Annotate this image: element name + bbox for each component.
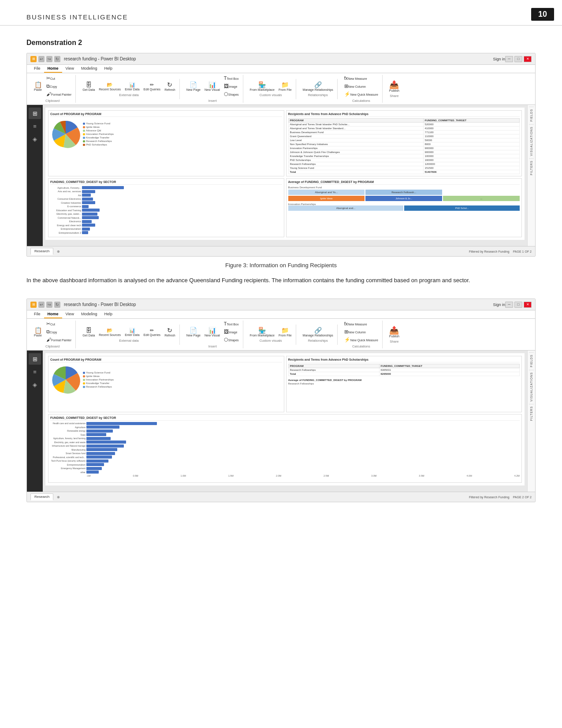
- enter-data-btn-2[interactable]: 📊 Enter Data: [123, 327, 141, 337]
- refresh-small-icon[interactable]: ↻: [54, 56, 60, 62]
- recent-sources-btn-2[interactable]: 📂 Recent Sources: [97, 327, 122, 337]
- new-column-btn[interactable]: ⊞ New Column: [343, 83, 380, 90]
- edit-queries-btn[interactable]: ✏ Edit Queries: [142, 82, 162, 92]
- table-row: Low Level50000: [288, 138, 520, 142]
- image-btn-2[interactable]: 🖼 Image: [223, 329, 240, 336]
- close-btn-2[interactable]: ✕: [524, 302, 532, 308]
- model-view-icon-2[interactable]: ◈: [29, 379, 41, 390]
- paste-btn-2[interactable]: 📋 Paste: [32, 326, 44, 338]
- new-quick-measure-btn-2[interactable]: ⚡ New Quick Measure: [343, 336, 380, 343]
- filters-label[interactable]: FILTERS: [529, 158, 534, 177]
- hbar-xaxis: -1M 0.5M 1.0M 1.5M 2.0M 2.5M 3.0M 3.5M 4…: [50, 474, 520, 477]
- add-page-btn-2[interactable]: ⊕: [57, 495, 60, 499]
- get-data-btn[interactable]: 🗄 Get Data: [81, 81, 96, 92]
- redo-icon[interactable]: ↪: [46, 56, 52, 62]
- refresh-btn-2[interactable]: ↻ Refresh: [163, 326, 177, 338]
- text-box-btn-2[interactable]: T Text Box: [223, 321, 240, 328]
- from-file-btn-2[interactable]: 📁 From File: [277, 326, 293, 338]
- filters-label-2[interactable]: FILTERS: [529, 404, 534, 422]
- tab-view-2[interactable]: View: [62, 310, 78, 318]
- from-file-icon: 📁: [281, 82, 289, 88]
- marketplace-btn-2[interactable]: 🏪 From Marketplace: [249, 326, 276, 338]
- research-tab-2[interactable]: Research: [30, 493, 53, 500]
- new-page-icon: 📄: [190, 82, 197, 88]
- new-measure-btn[interactable]: fx New Measure: [343, 75, 380, 82]
- enter-data-btn[interactable]: 📊 Enter Data: [123, 82, 141, 92]
- pie-legend-2: Young Science Fund Ignite Ideas Innovati…: [83, 371, 114, 388]
- publish-btn[interactable]: 📤 Publish: [388, 80, 401, 93]
- refresh-small-icon-2[interactable]: ↻: [54, 302, 60, 308]
- tab-file[interactable]: File: [30, 65, 44, 73]
- minimize-btn-2[interactable]: ─: [505, 302, 513, 308]
- tab-view[interactable]: View: [62, 65, 78, 73]
- get-data-icon-2: 🗄: [86, 327, 92, 333]
- close-btn[interactable]: ✕: [524, 56, 532, 62]
- dashboard-mockup-2: Count of PROGRAM by PROGRAM: [45, 353, 525, 485]
- get-data-btn-2[interactable]: 🗄 Get Data: [81, 326, 96, 338]
- paste-btn[interactable]: 📋 Paste: [32, 81, 44, 92]
- tab-home-2[interactable]: Home: [44, 310, 62, 318]
- pbi-bottom-bar-1: Research ⊕ Filtered by Research Funding …: [27, 246, 535, 256]
- new-visual-btn-2[interactable]: 📊 New Visual: [203, 326, 221, 338]
- tab-help-2[interactable]: Help: [100, 310, 116, 318]
- redo-icon-2[interactable]: ↪: [46, 302, 52, 308]
- marketplace-btn[interactable]: 🏪 From Marketplace: [249, 81, 276, 92]
- tab-help[interactable]: Help: [100, 65, 116, 73]
- cut-btn-2[interactable]: ✂ Cut: [45, 321, 73, 328]
- cut-btn[interactable]: ✂ Cut: [45, 75, 73, 82]
- shapes-btn-2[interactable]: ⬡ Shapes: [223, 336, 240, 343]
- refresh-btn[interactable]: ↻ Refresh: [163, 81, 177, 92]
- table-row: Young Science Fund151500: [288, 166, 520, 170]
- visualizations-label[interactable]: VISUALIZATIONS: [529, 124, 534, 158]
- maximize-btn-2[interactable]: □: [514, 302, 522, 308]
- avg-program-label-2: Average of FUNDING_COMMITTED_DIGEST by P…: [288, 379, 520, 381]
- manage-relationships-btn[interactable]: 🔗 Manage Relationships: [301, 81, 335, 92]
- tab-file-2[interactable]: File: [30, 310, 44, 318]
- new-page-btn-2[interactable]: 📄 New Page: [185, 326, 202, 338]
- tab-home[interactable]: Home: [44, 65, 62, 73]
- tab-modeling[interactable]: Modeling: [78, 65, 101, 73]
- funding-table-2: PROGRAM FUNDING_COMMITTED_TARGET Researc…: [288, 364, 520, 376]
- new-column-btn-2[interactable]: ⊞ New Column: [343, 329, 380, 336]
- refresh-label-2: Refresh: [164, 334, 175, 337]
- recent-sources-btn[interactable]: 📂 Recent Sources: [97, 82, 122, 92]
- signin-2[interactable]: Sign in: [493, 302, 505, 307]
- new-quick-measure-icon-2: ⚡: [344, 337, 350, 342]
- manage-relationships-btn-2[interactable]: 🔗 Manage Relationships: [301, 326, 335, 338]
- tab-modeling-2[interactable]: Modeling: [78, 310, 101, 318]
- data-view-icon[interactable]: ≡: [29, 120, 41, 132]
- minimize-btn[interactable]: ─: [505, 56, 513, 62]
- copy-btn-2[interactable]: ⧉ Copy: [45, 329, 73, 336]
- research-tab-1[interactable]: Research: [30, 248, 53, 255]
- new-measure-btn-2[interactable]: fx New Measure: [343, 321, 380, 328]
- enter-data-label: Enter Data: [125, 88, 139, 91]
- signin-1[interactable]: Sign in: [493, 57, 505, 61]
- undo-icon[interactable]: ↩: [38, 56, 45, 62]
- fields-label[interactable]: FIELDS: [529, 107, 534, 123]
- table-row: Aboriginal and Torres Strait Islander Ph…: [288, 123, 520, 127]
- shapes-btn[interactable]: ⬡ Shapes: [223, 91, 240, 98]
- text-box-btn[interactable]: T Text Box: [223, 75, 240, 82]
- visualizations-label-2[interactable]: VISUALIZATIONS: [529, 370, 534, 403]
- model-view-icon[interactable]: ◈: [29, 133, 41, 145]
- format-painter-btn-2[interactable]: 🖌 Format Painter: [45, 336, 73, 343]
- maximize-btn[interactable]: □: [514, 56, 522, 62]
- shapes-label: Shapes: [228, 93, 239, 96]
- from-file-btn[interactable]: 📁 From File: [277, 81, 293, 92]
- publish-btn-2[interactable]: 📤 Publish: [388, 325, 401, 339]
- format-painter-btn[interactable]: 🖌 Format Painter: [45, 91, 73, 98]
- undo-icon-2[interactable]: ↩: [38, 302, 45, 308]
- image-btn[interactable]: 🖼 Image: [223, 83, 240, 90]
- new-visual-btn[interactable]: 📊 New Visual: [203, 81, 221, 92]
- report-view-icon[interactable]: ⊞: [29, 108, 41, 119]
- matrix-grid-2: Aboriginal and... PhD Schol...: [288, 205, 520, 211]
- fields-label-2[interactable]: FIELDS: [529, 352, 534, 369]
- new-page-btn[interactable]: 📄 New Page: [185, 81, 202, 92]
- add-page-btn[interactable]: ⊕: [57, 250, 60, 254]
- report-view-icon-2[interactable]: ⊞: [29, 353, 41, 365]
- copy-btn[interactable]: ⧉ Copy: [45, 83, 73, 90]
- data-view-icon-2[interactable]: ≡: [29, 366, 41, 377]
- edit-queries-btn-2[interactable]: ✏ Edit Queries: [142, 327, 162, 337]
- new-quick-measure-btn[interactable]: ⚡ New Quick Measure: [343, 91, 380, 98]
- legend-label-3: Advance Qld: [86, 129, 101, 132]
